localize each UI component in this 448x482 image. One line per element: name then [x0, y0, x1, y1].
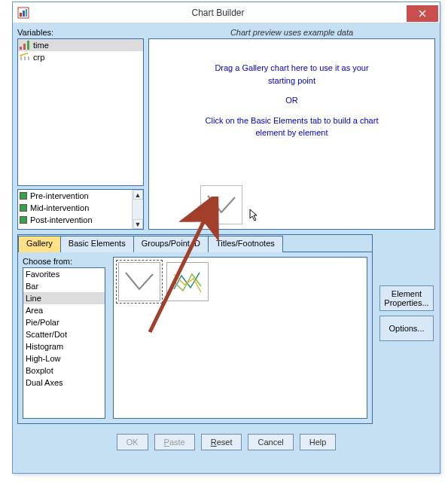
reset-button[interactable]: Reset	[201, 434, 242, 450]
svg-rect-3	[26, 9, 27, 17]
cancel-button[interactable]: Cancel	[248, 434, 293, 450]
chart-templates-panel: Gallery Basic Elements Groups/Point ID T…	[17, 234, 373, 424]
line-multiple-thumb[interactable]	[166, 262, 209, 301]
categories-list[interactable]: Pre-intervention Mid-intervention Post-i…	[17, 189, 144, 230]
variable-name: time	[33, 41, 49, 50]
tabs-row: Gallery Basic Elements Groups/Point ID T…	[18, 235, 372, 252]
category-row[interactable]: Mid-intervention	[18, 202, 132, 214]
variables-column: Variables: time crp	[17, 28, 144, 230]
drag-ghost-thumb	[200, 185, 242, 224]
category-row[interactable]: Pre-intervention	[18, 190, 132, 202]
scale-icon	[20, 53, 30, 62]
upper-row: Variables: time crp	[17, 28, 435, 230]
gallery-type-item[interactable]: Histogram	[23, 340, 105, 352]
tab-gallery[interactable]: Gallery	[18, 236, 61, 252]
scroll-up-icon[interactable]: ▲	[133, 190, 143, 200]
scroll-down-icon[interactable]: ▼	[133, 219, 143, 229]
preview-label: Chart preview uses example data	[148, 28, 435, 37]
hint-or: OR	[149, 94, 434, 107]
swatch-icon	[20, 216, 27, 224]
gallery-type-item[interactable]: Dual Axes	[23, 377, 105, 389]
options-button[interactable]: Options...	[379, 316, 434, 341]
hint-line: Click on the Basic Elements tab to build…	[149, 114, 434, 127]
chart-preview-dropzone[interactable]: Drag a Gallery chart here to use it as y…	[148, 38, 435, 230]
gallery-thumbnails	[113, 257, 367, 419]
window-title: Chart Builder	[29, 8, 407, 18]
categories-scrollbar[interactable]: ▲ ▼	[132, 190, 143, 229]
svg-rect-9	[20, 53, 29, 56]
category-name: Post-intervention	[30, 215, 93, 224]
svg-rect-1	[20, 13, 22, 17]
gallery-type-item[interactable]: Area	[23, 304, 105, 316]
gallery-type-item[interactable]: High-Low	[23, 352, 105, 365]
variables-list[interactable]: time crp	[17, 38, 144, 186]
hint-line: Drag a Gallery chart here to use it as y…	[149, 62, 434, 75]
ordinal-icon	[20, 41, 30, 50]
gallery-type-item[interactable]: Scatter/Dot	[23, 328, 105, 340]
gallery-type-item[interactable]: Bar	[23, 280, 105, 292]
variable-row[interactable]: time	[18, 39, 143, 51]
titlebar: Chart Builder	[13, 2, 440, 23]
choose-from-label: Choose from:	[23, 257, 105, 266]
dialog-footer: OK Paste Reset Cancel Help	[17, 424, 435, 460]
middle-wrap: Gallery Basic Elements Groups/Point ID T…	[17, 230, 435, 424]
chart-builder-dialog: Chart Builder Variables: time	[12, 2, 440, 474]
choose-from-column: Choose from: Favorites Bar Line Area Pie…	[23, 257, 105, 419]
svg-rect-6	[20, 47, 22, 50]
category-name: Pre-intervention	[30, 191, 89, 200]
variable-name: crp	[33, 53, 44, 62]
scroll-track[interactable]	[133, 200, 143, 219]
preview-hint: Drag a Gallery chart here to use it as y…	[149, 62, 434, 139]
svg-rect-8	[27, 41, 29, 50]
gallery-type-item[interactable]: Line	[23, 292, 105, 304]
category-name: Mid-intervention	[30, 203, 89, 212]
category-row[interactable]: Post-intervention	[18, 214, 132, 226]
paste-button[interactable]: Paste	[154, 434, 195, 450]
gallery-type-item[interactable]: Pie/Polar	[23, 316, 105, 328]
element-properties-button[interactable]: Element Properties...	[379, 285, 434, 311]
line-simple-thumb[interactable]	[118, 262, 160, 301]
gallery-type-list[interactable]: Favorites Bar Line Area Pie/Polar Scatte…	[23, 267, 105, 419]
preview-column: Chart preview uses example data Drag a G…	[148, 28, 435, 230]
gallery-tab-body: Choose from: Favorites Bar Line Area Pie…	[18, 252, 372, 423]
drag-cursor-icon	[245, 209, 261, 227]
close-button[interactable]	[407, 5, 438, 22]
app-icon	[17, 7, 29, 19]
variables-label: Variables:	[17, 28, 144, 37]
hint-line: element by element	[149, 127, 434, 139]
tab-groups-point-id[interactable]: Groups/Point ID	[133, 236, 209, 252]
swatch-icon	[20, 204, 27, 212]
svg-rect-7	[23, 44, 26, 50]
hint-line: starting point	[149, 75, 434, 87]
help-button[interactable]: Help	[300, 434, 337, 450]
svg-rect-2	[23, 11, 25, 17]
side-buttons: Element Properties... Options...	[379, 285, 434, 341]
variable-row[interactable]: crp	[18, 51, 143, 63]
gallery-type-item[interactable]: Favorites	[23, 268, 105, 280]
tab-titles-footnotes[interactable]: Titles/Footnotes	[208, 236, 283, 252]
tab-basic-elements[interactable]: Basic Elements	[60, 236, 134, 252]
gallery-type-item[interactable]: Boxplot	[23, 365, 105, 377]
swatch-icon	[20, 192, 27, 200]
ok-button[interactable]: OK	[117, 434, 148, 450]
dialog-body: Variables: time crp	[13, 23, 440, 473]
